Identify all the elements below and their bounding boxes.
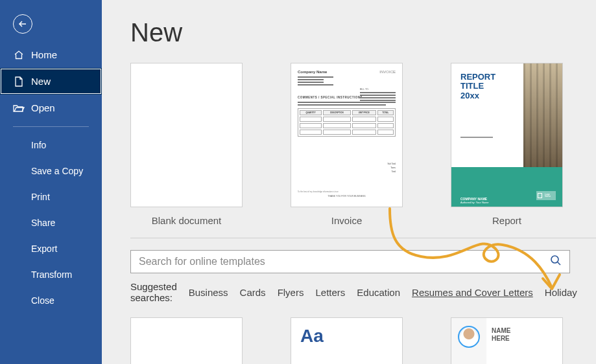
main-panel: New Blank document Company Name INVOICE bbox=[102, 0, 596, 364]
resume-name-placeholder: NAME HERE bbox=[486, 318, 516, 364]
template-label: Blank document bbox=[152, 215, 222, 226]
template-partial-2[interactable]: Aa bbox=[291, 317, 403, 364]
suggested-link-resumes[interactable]: Resumes and Cover Letters bbox=[412, 287, 533, 298]
sidebar-item-transform[interactable]: Transform bbox=[0, 262, 102, 288]
suggested-link-business[interactable]: Business bbox=[189, 287, 228, 298]
template-label: Invoice bbox=[331, 215, 363, 226]
template-invoice[interactable]: Company Name INVOICE BILL TO: COMMENTS /… bbox=[291, 63, 403, 226]
template-partial-1[interactable] bbox=[130, 317, 243, 364]
template-row-partial: Aa NAME HERE bbox=[130, 317, 570, 364]
sidebar-item-info[interactable]: Info bbox=[0, 132, 102, 158]
sidebar-item-share[interactable]: Share bbox=[0, 210, 102, 236]
svg-point-1 bbox=[551, 256, 558, 263]
template-label: Report bbox=[492, 215, 521, 226]
report-title-line2: 20xx bbox=[460, 91, 515, 100]
sidebar-item-print[interactable]: Print bbox=[0, 184, 102, 210]
sidebar-item-open[interactable]: Open bbox=[0, 95, 102, 121]
aa-icon: Aa bbox=[300, 326, 324, 347]
report-photo-placeholder bbox=[523, 63, 562, 168]
search-icon[interactable] bbox=[550, 255, 562, 269]
sidebar-item-export[interactable]: Export bbox=[0, 236, 102, 262]
folder-open-icon bbox=[13, 104, 25, 113]
back-arrow-icon bbox=[18, 19, 28, 29]
svg-line-2 bbox=[558, 262, 560, 265]
template-thumbnail: Company Name INVOICE BILL TO: COMMENTS /… bbox=[291, 63, 403, 207]
sidebar-item-new[interactable]: New bbox=[0, 68, 102, 95]
template-report[interactable]: REPORT TITLE 20xx COMPANY NAME Authored … bbox=[451, 63, 563, 226]
template-blank-document[interactable]: Blank document bbox=[130, 63, 243, 226]
suggested-link-letters[interactable]: Letters bbox=[315, 287, 345, 298]
new-document-icon bbox=[13, 76, 25, 87]
template-row-divider bbox=[130, 238, 596, 238]
page-title: New bbox=[130, 18, 570, 47]
app-root: Home New Open Info Save a Copy Pri bbox=[0, 0, 596, 364]
sidebar-item-label: New bbox=[31, 76, 51, 87]
sidebar-item-home[interactable]: Home bbox=[0, 41, 102, 68]
report-title-line1: REPORT TITLE bbox=[460, 73, 515, 91]
suggested-link-cards[interactable]: Cards bbox=[240, 287, 266, 298]
template-thumbnail: REPORT TITLE 20xx COMPANY NAME Authored … bbox=[451, 63, 563, 207]
backstage-sidebar: Home New Open Info Save a Copy Pri bbox=[0, 0, 102, 364]
template-thumbnail bbox=[130, 63, 243, 207]
suggested-link-flyers[interactable]: Flyers bbox=[278, 287, 304, 298]
sidebar-item-close[interactable]: Close bbox=[0, 288, 102, 313]
suggested-label: Suggested searches: bbox=[130, 281, 177, 303]
sidebar-item-label: Home bbox=[31, 49, 57, 60]
back-button[interactable] bbox=[13, 14, 32, 34]
template-partial-resume[interactable]: NAME HERE bbox=[451, 317, 563, 364]
sidebar-divider bbox=[13, 126, 89, 127]
invoice-table: QUANTITYDESCRIPTIONUNIT PRICETOTAL bbox=[298, 108, 396, 137]
template-search-box[interactable] bbox=[130, 250, 570, 273]
sidebar-item-save-copy[interactable]: Save a Copy bbox=[0, 158, 102, 184]
report-logo-placeholder: Logo Name bbox=[536, 191, 556, 200]
suggested-link-education[interactable]: Education bbox=[357, 287, 400, 298]
sidebar-item-label: Open bbox=[31, 102, 55, 113]
avatar-circle bbox=[451, 318, 486, 364]
report-author: Authored by: Your Name bbox=[460, 201, 489, 204]
suggested-link-holiday[interactable]: Holiday bbox=[545, 287, 577, 298]
search-input[interactable] bbox=[139, 256, 550, 267]
invoice-label: INVOICE bbox=[379, 70, 396, 74]
home-icon bbox=[13, 50, 25, 60]
suggested-searches: Suggested searches: Business Cards Flyer… bbox=[130, 281, 570, 303]
template-row: Blank document Company Name INVOICE BILL… bbox=[130, 63, 570, 226]
